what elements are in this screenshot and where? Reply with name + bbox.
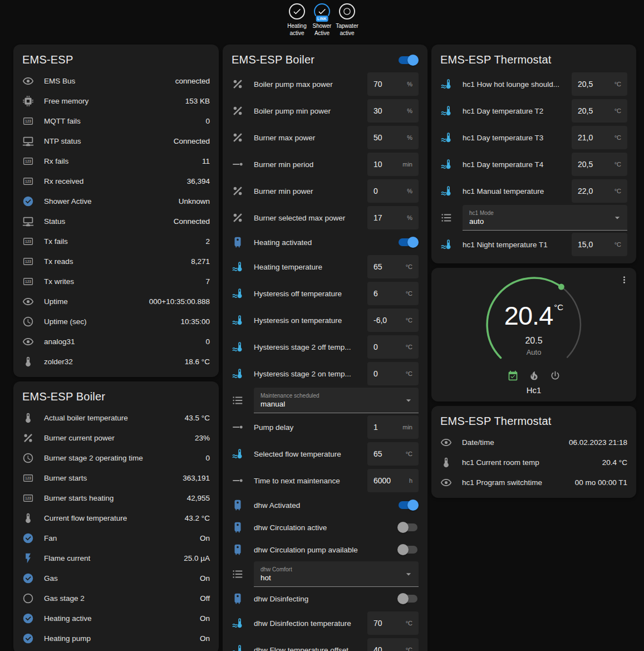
input-unit: °C (406, 290, 412, 297)
counter-icon (22, 115, 34, 127)
control-row: Time to next maintenance 6000 h (223, 467, 427, 494)
control-label: Pump delay (254, 423, 362, 432)
entity-row[interactable]: Gas stage 2 Off (13, 588, 219, 608)
entity-row[interactable]: Status Connected (13, 211, 219, 231)
entity-row[interactable]: hc1 Current room temp 20.4 °C (431, 452, 636, 472)
entity-row[interactable]: MQTT fails 0 (13, 111, 219, 131)
check-icon (292, 7, 302, 16)
number-input[interactable]: 22,0 °C (572, 179, 627, 203)
control-label: Burner selected max power (254, 214, 362, 222)
toggle-switch[interactable] (397, 237, 419, 248)
number-input[interactable]: 0 % (367, 179, 419, 203)
entity-row[interactable]: Tx reads 8,271 (13, 251, 219, 271)
input-unit: °C (614, 81, 621, 87)
number-input[interactable]: 70 °C (367, 611, 419, 635)
entity-value: 00 mo 00:00 T1 (575, 478, 627, 487)
boiler-enabled-toggle[interactable] (397, 55, 419, 66)
toggle-switch[interactable] (397, 522, 419, 533)
entity-row[interactable]: Tx writes 7 (13, 271, 219, 291)
control-row: Hysteresis on temperature -6,0 °C (223, 307, 427, 334)
number-input[interactable]: 20,5 °C (572, 153, 627, 176)
number-input[interactable]: 20,5 °C (572, 72, 627, 96)
entity-row[interactable]: Rx received 36,394 (13, 171, 219, 191)
entity-row[interactable]: Burner current power 23% (13, 428, 219, 448)
entity-row[interactable]: Free memory 153 KB (13, 91, 219, 111)
calendar-check-icon[interactable] (507, 370, 519, 381)
number-input[interactable]: 21,0 °C (572, 126, 627, 149)
entity-row[interactable]: Fan On (13, 528, 219, 548)
entity-label: Gas stage 2 (44, 594, 194, 603)
mode-buttons (431, 370, 636, 381)
entity-row[interactable]: Burner starts 363,191 (13, 468, 219, 488)
entity-row[interactable]: EMS Bus connected (13, 71, 219, 91)
select-field[interactable]: dhw Comfort hot (254, 561, 419, 587)
number-input[interactable]: 30 % (367, 99, 419, 123)
boiler-icon (232, 499, 244, 511)
entity-row[interactable]: Rx fails 11 (13, 151, 219, 171)
entity-row[interactable]: Uptime (sec) 10:35:00 (13, 311, 219, 331)
input-value: 40 (373, 645, 382, 651)
number-input[interactable]: 17 % (367, 206, 419, 229)
entity-row[interactable]: Flame current 25.0 µA (13, 548, 219, 568)
number-input[interactable]: 6000 h (367, 469, 419, 492)
number-input[interactable]: 20,5 °C (572, 99, 627, 123)
column-middle: EMS-ESP Boiler Boiler pump max power 70 … (223, 45, 427, 651)
entity-row[interactable]: NTP status Connected (13, 131, 219, 151)
select-field[interactable]: Maintenance scheduled manual (254, 388, 419, 413)
counter-icon (22, 175, 34, 187)
entity-row[interactable]: Uptime 000+10:35:00.888 (13, 291, 219, 311)
entity-row[interactable]: Burner stage 2 operating time 0 (13, 448, 219, 468)
list-icon (232, 568, 244, 580)
select-label: Maintenance scheduled (260, 393, 396, 399)
entity-row[interactable]: zolder32 18.6 °C (13, 351, 219, 371)
glance-badge[interactable]: Tapwater active (335, 3, 360, 37)
boiler-icon (232, 236, 244, 248)
number-input[interactable]: 10 min (367, 153, 419, 176)
entity-label: Uptime (sec) (44, 317, 175, 326)
fire-icon[interactable] (528, 370, 540, 381)
entity-row[interactable]: Heating active On (13, 608, 219, 628)
input-unit: % (407, 188, 412, 194)
select-field[interactable]: hc1 Mode auto (463, 205, 627, 231)
thermometer-icon (22, 512, 34, 524)
number-input[interactable]: 0 °C (367, 362, 419, 385)
number-input[interactable]: 15,0 °C (572, 233, 627, 256)
entity-row[interactable]: Burner starts heating 42,955 (13, 488, 219, 508)
number-input[interactable]: -6,0 °C (367, 309, 419, 332)
number-input[interactable]: 65 °C (367, 255, 419, 278)
input-value: 0 (373, 342, 378, 351)
entity-row[interactable]: Actual boiler temperature 43.5 °C (13, 408, 219, 428)
input-unit: °C (614, 161, 621, 168)
control-row: dhw Activated (223, 494, 427, 516)
entity-row[interactable]: Shower Active Unknown (13, 191, 219, 211)
glance-badge[interactable]: LINK Shower Active (310, 3, 335, 37)
toggle-switch[interactable] (397, 544, 419, 555)
entity-row[interactable]: Heating pump On (13, 628, 219, 648)
entity-value: 42,955 (187, 494, 210, 502)
entity-row[interactable]: Tx fails 2 (13, 231, 219, 251)
gauge-handle[interactable] (558, 284, 564, 290)
entity-row[interactable]: Gas On (13, 568, 219, 588)
entity-row[interactable]: hc1 Program switchtime 00 mo 00:00 T1 (431, 472, 636, 492)
glance-badge[interactable]: Heating active (285, 3, 309, 37)
control-label: hc1 Manual temperature (463, 187, 566, 195)
toggle-switch[interactable] (397, 593, 419, 604)
power-icon[interactable] (549, 370, 561, 381)
number-input[interactable]: 65 °C (367, 442, 419, 466)
control-label: hc1 Day temperature T3 (463, 134, 566, 142)
input-unit: °C (406, 370, 412, 377)
number-input[interactable]: 6 °C (367, 282, 419, 305)
counter-icon (22, 155, 34, 167)
number-input[interactable]: 70 % (367, 72, 419, 96)
badge-label: Tapwater active (335, 23, 360, 37)
entity-row[interactable]: Date/time 06.02.2023 21:18 (431, 432, 636, 452)
number-input[interactable]: 1 min (367, 415, 419, 439)
number-input[interactable]: 40 °C (367, 638, 419, 651)
control-label: Burner min period (254, 160, 362, 169)
entity-row[interactable]: analog31 0 (13, 331, 219, 351)
number-input[interactable]: 50 % (367, 126, 419, 149)
toggle-switch[interactable] (397, 500, 419, 511)
entity-row[interactable]: Current flow temperature 43.2 °C (13, 508, 219, 528)
number-input[interactable]: 0 °C (367, 335, 419, 359)
dots-vertical-icon[interactable] (619, 275, 630, 285)
